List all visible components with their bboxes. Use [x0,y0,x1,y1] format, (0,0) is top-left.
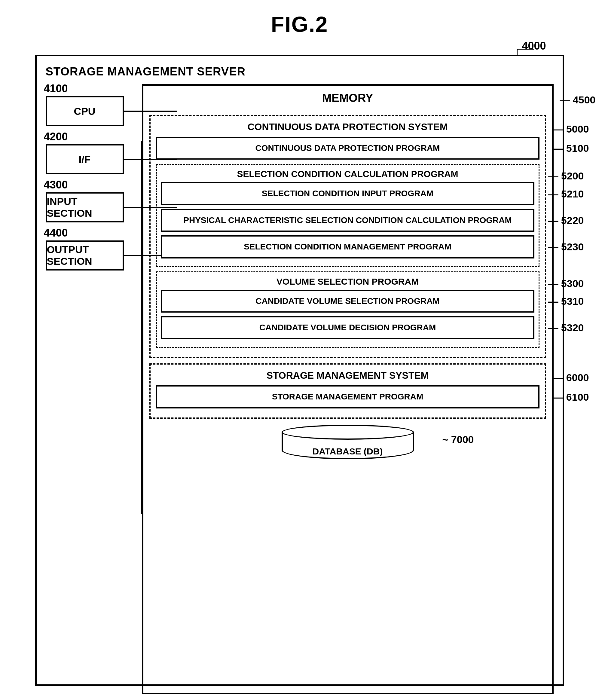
input-block: 4300 INPUT SECTION [46,192,124,222]
ref-4200: 4200 [44,130,68,143]
ref-5300: — 5300 [548,278,584,290]
cdp-system-box: CONTINUOUS DATA PROTECTION SYSTEM — 5000… [149,115,546,358]
prog-5320-label: CANDIDATE VOLUME DECISION PROGRAM [259,322,436,333]
server-label: STORAGE MANAGEMENT SERVER [46,65,554,78]
volume-selection-label: VOLUME SELECTION PROGRAM [161,276,534,287]
prog-5210-label: SELECTION CONDITION INPUT PROGRAM [262,188,433,199]
prog-5220: PHYSICAL CHARACTERISTIC SELECTION CONDIT… [161,209,534,232]
input-label: INPUT SECTION [47,196,123,219]
prog-5210: SELECTION CONDITION INPUT PROGRAM [161,182,534,205]
ref-6100: — 6100 [553,391,589,403]
prog-5310: CANDIDATE VOLUME SELECTION PROGRAM [161,290,534,312]
memory-label: MEMORY [149,92,546,105]
cdp-program-label: CONTINUOUS DATA PROTECTION PROGRAM [255,143,440,154]
if-block: 4200 I/F [46,144,124,174]
ref-4000: 4000 [522,40,546,52]
volume-selection-box: VOLUME SELECTION PROGRAM — 5300 CANDIDAT… [156,271,540,348]
db-top [282,425,414,440]
ref-4100: 4100 [44,82,68,95]
prog-5230: SELECTION CONDITION MANAGEMENT PROGRAM [161,235,534,258]
sms-program-label: STORAGE MANAGEMENT PROGRAM [272,391,423,402]
ref-5000: — 5000 [553,123,589,135]
cpu-block: 4100 CPU [46,96,124,126]
prog-5230-label: SELECTION CONDITION MANAGEMENT PROGRAM [244,241,451,252]
left-column: 4100 CPU 4200 I/F 4300 INPUT SECTION [46,84,142,694]
ref-4400: 4400 [44,227,68,239]
cpu-label: CPU [74,105,96,117]
page: FIG.2 4000 STORAGE MANAGEMENT SERVER 410… [0,0,599,700]
server-box: STORAGE MANAGEMENT SERVER 4100 CPU 4200 … [35,55,564,686]
figure-title: FIG.2 [271,12,328,37]
ref-5310: — 5310 [548,295,584,307]
memory-box: MEMORY — 4500 CONTINUOUS DATA PROTECTION… [142,84,554,694]
prog-5220-label: PHYSICAL CHARACTERISTIC SELECTION CONDIT… [183,215,512,226]
prog-5320: CANDIDATE VOLUME DECISION PROGRAM [161,316,534,339]
cdp-program-box: CONTINUOUS DATA PROTECTION PROGRAM [156,137,540,159]
ref-5210: — 5210 [548,188,584,200]
db-label: DATABASE (DB) [313,446,383,456]
ref-5220: — 5220 [548,214,584,226]
ref-6000: — 6000 [553,372,589,383]
ref-5200: — 5200 [548,170,584,182]
sms-program-box: STORAGE MANAGEMENT PROGRAM [156,385,540,408]
ref-4300: 4300 [44,178,68,191]
selection-calc-box: SELECTION CONDITION CALCULATION PROGRAM … [156,164,540,267]
right-column: MEMORY — 4500 CONTINUOUS DATA PROTECTION… [142,84,554,694]
output-block: 4400 OUTPUT SECTION [46,241,124,271]
sms-box: STORAGE MANAGEMENT SYSTEM — 6000 STORAGE… [149,364,546,418]
ref-5100: — 5100 [553,143,589,154]
output-label: OUTPUT SECTION [47,244,123,267]
cdp-system-label: CONTINUOUS DATA PROTECTION SYSTEM [156,121,540,132]
prog-5310-label: CANDIDATE VOLUME SELECTION PROGRAM [255,296,440,306]
ref-5230: — 5230 [548,241,584,253]
sms-label: STORAGE MANAGEMENT SYSTEM [156,370,540,381]
selection-calc-label: SELECTION CONDITION CALCULATION PROGRAM [161,169,534,179]
ref-7000: ~ 7000 [443,434,474,445]
if-label: I/F [79,154,91,165]
ref-5320: — 5320 [548,322,584,334]
ref-4500: — 4500 [559,94,595,106]
